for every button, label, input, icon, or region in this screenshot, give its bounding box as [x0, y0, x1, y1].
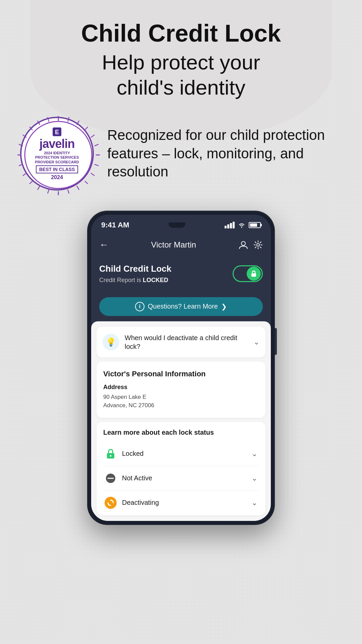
- lock-status-section-title: Learn more about each lock status: [103, 429, 259, 436]
- lock-icon: [250, 270, 257, 277]
- deactivating-chevron-icon: ⌄: [251, 498, 257, 507]
- white-content-area: 💡 When would I deactivate a child credit…: [91, 321, 271, 521]
- svg-line-12: [68, 190, 69, 194]
- lock-info: Child Credit Lock Credit Report is LOCKE…: [99, 264, 233, 284]
- svg-point-0: [25, 121, 92, 189]
- javelin-badge: E javelin 2024 IDENTITY PROTECTION SERVI…: [20, 117, 94, 191]
- info-icon: i: [135, 302, 144, 311]
- award-row: E javelin 2024 IDENTITY PROTECTION SERVI…: [20, 117, 342, 191]
- status-bar: 9:41 AM: [91, 215, 271, 233]
- header-action-icons: [239, 240, 263, 250]
- svg-line-15: [38, 186, 40, 190]
- faq-question: When would I deactivate a child credit l…: [125, 333, 248, 351]
- not-active-status-icon: [105, 472, 117, 484]
- svg-line-24: [48, 117, 49, 122]
- signal-bars-icon: [225, 222, 235, 228]
- settings-icon[interactable]: [253, 240, 263, 250]
- lock-status-section: Learn more about each lock status Lock: [97, 422, 265, 516]
- lock-toggle-knob: [247, 267, 261, 281]
- personal-info-card: Victor's Personal Information Address 90…: [97, 362, 265, 418]
- signal-bar-2: [227, 224, 229, 228]
- lock-status-value: LOCKED: [143, 277, 168, 283]
- deactivating-spinner-icon: [107, 499, 114, 506]
- faq-chevron-icon: ⌄: [253, 338, 259, 346]
- header-user-name: Victor Martin: [151, 240, 196, 250]
- lock-toggle[interactable]: [233, 265, 263, 282]
- back-button[interactable]: ←: [99, 239, 109, 250]
- main-title: Child Credit Lock: [81, 20, 281, 47]
- locked-lock-icon: [106, 448, 115, 459]
- learn-more-arrow-icon: ❯: [221, 303, 227, 311]
- not-active-chevron-icon: ⌄: [251, 474, 257, 483]
- faq-card[interactable]: 💡 When would I deactivate a child credit…: [97, 327, 265, 358]
- locked-status-label: Locked: [122, 450, 246, 458]
- locked-status-icon: [105, 448, 117, 460]
- notch: [169, 222, 185, 228]
- svg-line-23: [38, 121, 40, 125]
- not-active-status-label: Not Active: [122, 474, 246, 482]
- wifi-icon: [238, 222, 245, 228]
- status-time: 9:41 AM: [101, 221, 129, 229]
- title-area: Child Credit Lock Help protect your chil…: [81, 20, 281, 100]
- svg-rect-29: [251, 273, 256, 277]
- profile-icon[interactable]: [239, 240, 248, 250]
- phone-container: 9:41 AM: [87, 211, 275, 525]
- deactivating-status-label: Deactivating: [122, 499, 246, 506]
- svg-line-11: [77, 186, 79, 190]
- award-description: Recognized for our child protection feat…: [107, 126, 342, 181]
- learn-more-button[interactable]: i Questions? Learn More ❯: [99, 297, 263, 316]
- signal-bar-4: [233, 222, 235, 228]
- svg-line-3: [77, 121, 79, 125]
- svg-line-2: [68, 117, 69, 122]
- status-icons: [225, 222, 261, 228]
- faq-icon: 💡: [103, 334, 119, 351]
- phone-outer: 9:41 AM: [87, 211, 275, 525]
- svg-line-8: [95, 164, 99, 166]
- address-value: 90 Aspen Lake E Advance, NC 27006: [103, 393, 259, 410]
- svg-line-20: [19, 144, 23, 146]
- svg-line-10: [85, 181, 88, 184]
- deactivating-status-icon: [105, 497, 117, 509]
- lock-section: Child Credit Lock Credit Report is LOCKE…: [91, 257, 271, 292]
- svg-point-31: [110, 455, 112, 457]
- app-navigation-header: ← Victor Martin: [91, 233, 271, 257]
- signal-bar-3: [230, 223, 232, 228]
- locked-chevron-icon: ⌄: [251, 449, 257, 458]
- svg-line-4: [85, 127, 88, 130]
- battery-icon: [249, 222, 261, 228]
- main-subtitle: Help protect your child's identity: [102, 50, 260, 100]
- svg-line-6: [95, 144, 99, 146]
- svg-line-17: [23, 173, 26, 176]
- personal-info-title: Victor's Personal Information: [103, 370, 259, 378]
- svg-line-16: [29, 181, 33, 184]
- badge-sunburst: [15, 112, 101, 198]
- svg-line-14: [48, 190, 49, 194]
- battery-fill: [250, 223, 257, 227]
- svg-line-9: [91, 173, 95, 176]
- status-item-not-active[interactable]: Not Active ⌄: [103, 466, 259, 491]
- svg-line-22: [29, 127, 33, 130]
- header-content: Child Credit Lock Help protect your chil…: [20, 20, 342, 191]
- lock-status-text: Credit Report is LOCKED: [99, 277, 233, 284]
- svg-line-21: [23, 135, 26, 138]
- svg-point-28: [257, 244, 259, 246]
- status-item-deactivating[interactable]: Deactivating ⌄: [103, 491, 259, 509]
- lock-title: Child Credit Lock: [99, 264, 233, 274]
- signal-bar-1: [225, 226, 227, 228]
- svg-line-18: [19, 164, 23, 166]
- svg-point-27: [241, 241, 245, 246]
- top-area: Child Credit Lock Help protect your chil…: [0, 0, 362, 197]
- address-label: Address: [103, 384, 259, 391]
- status-item-locked[interactable]: Locked ⌄: [103, 442, 259, 466]
- learn-more-label: Questions? Learn More: [148, 303, 218, 310]
- svg-line-5: [91, 135, 95, 138]
- minus-circle-icon: [105, 473, 116, 484]
- phone-screen: 9:41 AM: [91, 215, 271, 521]
- page-wrapper: Child Credit Lock Help protect your chil…: [0, 0, 362, 525]
